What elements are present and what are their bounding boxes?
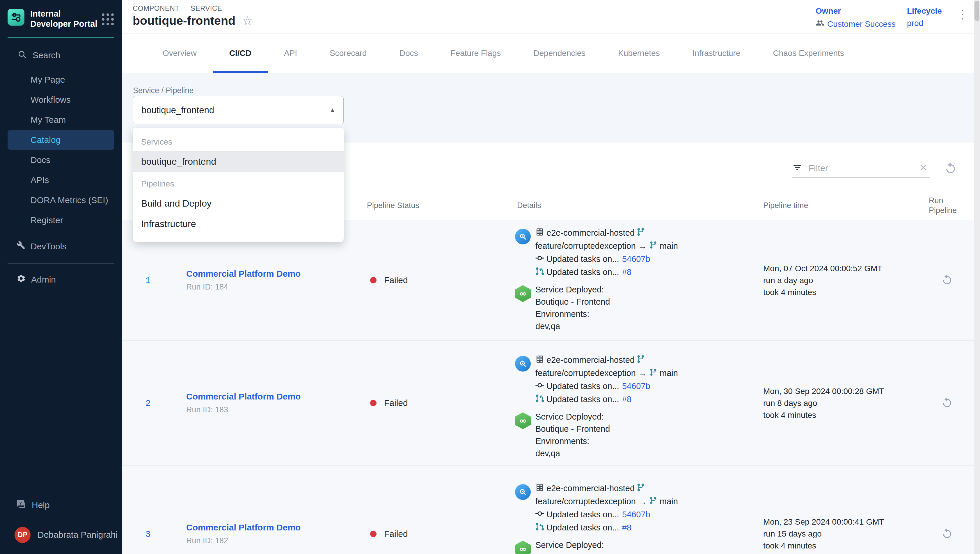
dropdown-option-infrastructure[interactable]: Infrastructure xyxy=(133,213,344,234)
sidebar-item-register[interactable]: Register xyxy=(0,210,122,230)
tab-label: Dependencies xyxy=(533,49,585,58)
branch-icon xyxy=(636,355,648,365)
owner-link[interactable]: Customer Success xyxy=(816,19,896,29)
kebab-menu-icon[interactable]: ⋮ xyxy=(956,8,969,21)
run-pipeline-icon[interactable] xyxy=(940,396,954,410)
table-filter: ✕ xyxy=(792,159,930,177)
sidebar-item-my-team[interactable]: My Team xyxy=(0,110,122,130)
arrow-right-icon: → xyxy=(638,368,647,378)
pipeline-timestamp: Mon, 07 Oct 2024 00:00:52 GMT xyxy=(763,263,925,274)
branch-to[interactable]: main xyxy=(660,241,678,251)
filter-input[interactable] xyxy=(809,163,917,173)
sidebar-item-dora-metrics[interactable]: DORA Metrics (SEI) xyxy=(0,190,122,210)
help-icon: ? xyxy=(16,499,32,511)
tab-overview[interactable]: Overview xyxy=(146,33,213,73)
pipeline-name-link[interactable]: Commercial Platform Demo xyxy=(186,269,365,279)
sidebar-item-my-page[interactable]: My Page xyxy=(0,70,122,90)
dropdown-group-services: Services xyxy=(133,133,344,151)
status-failed-dot xyxy=(370,400,377,406)
run-id: Run ID: 183 xyxy=(186,405,365,414)
sidebar-item-label: Docs xyxy=(30,155,50,165)
tab-api[interactable]: API xyxy=(268,33,313,73)
vertical-scrollbar[interactable] xyxy=(974,0,980,554)
repo-name[interactable]: e2e-commercial-hosted xyxy=(546,484,635,493)
dropdown-option-label: boutique_frontend xyxy=(141,156,216,167)
pipeline-took: took 4 minutes xyxy=(763,286,925,298)
run-id: Run ID: 182 xyxy=(186,536,365,545)
sidebar-item-docs[interactable]: Docs xyxy=(0,150,122,170)
dropdown-option-boutique-frontend[interactable]: boutique_frontend xyxy=(133,151,344,172)
branch-to[interactable]: main xyxy=(660,368,678,378)
run-pipeline-icon[interactable] xyxy=(940,527,954,541)
pr-link[interactable]: #8 xyxy=(622,395,632,404)
cd-stage-icon: ∞ xyxy=(515,412,531,429)
deployed-service: Boutique - Frontend xyxy=(535,423,610,435)
favorite-star-icon[interactable]: ☆ xyxy=(242,14,253,27)
repo-name[interactable]: e2e-commercial-hosted xyxy=(546,355,635,365)
sidebar-item-catalog[interactable]: Catalog xyxy=(8,130,115,150)
service-deployed-label: Service Deployed: xyxy=(535,283,610,296)
environments-value: dev,qa xyxy=(535,320,610,332)
dropdown-option-build-and-deploy[interactable]: Build and Deploy xyxy=(133,193,344,213)
branch-from[interactable]: feature/corruptedexception xyxy=(535,241,636,251)
app-root: Internal Developer Portal Search My Page… xyxy=(0,0,980,554)
tab-label: API xyxy=(284,49,297,58)
run-number: 3 xyxy=(133,466,163,554)
user-menu[interactable]: DP Debabrata Panigrahi xyxy=(0,522,122,547)
commit-link[interactable]: 54607b xyxy=(622,382,650,391)
tab-label: Overview xyxy=(163,49,197,58)
status-failed-dot xyxy=(370,531,377,537)
branch-from[interactable]: feature/corruptedexception xyxy=(535,368,636,378)
sidebar-item-devtools[interactable]: DevTools xyxy=(0,236,122,256)
pull-request-icon xyxy=(535,522,546,533)
commit-link[interactable]: 54607b xyxy=(622,510,650,519)
tab-docs[interactable]: Docs xyxy=(383,33,434,73)
col-run-pipeline-line1: Run xyxy=(929,196,969,205)
col-run-pipeline-line2: Pipeline xyxy=(929,205,969,215)
col-run-pipeline: Run Pipeline xyxy=(925,196,969,215)
run-pipeline-icon[interactable] xyxy=(940,273,954,287)
pull-request-icon xyxy=(535,267,546,278)
deployed-service: Boutique - Frontend xyxy=(535,296,610,308)
tab-infrastructure[interactable]: Infrastructure xyxy=(676,33,757,73)
repo-name[interactable]: e2e-commercial-hosted xyxy=(546,228,635,238)
pr-link[interactable]: #8 xyxy=(622,267,632,277)
tab-kubernetes[interactable]: Kubernetes xyxy=(602,33,676,73)
tab-scorecard[interactable]: Scorecard xyxy=(313,33,383,73)
svg-text:?: ? xyxy=(19,500,22,505)
sidebar-item-apis[interactable]: APIs xyxy=(0,170,122,190)
scrollbar-thumb[interactable] xyxy=(974,1,979,21)
sidebar-search[interactable]: Search xyxy=(0,45,122,66)
pipeline-name-link[interactable]: Commercial Platform Demo xyxy=(186,522,365,532)
sidebar-item-label: My Team xyxy=(30,115,66,125)
apps-grid-icon[interactable] xyxy=(102,13,114,25)
service-pipeline-select[interactable]: boutique_frontend ▲ xyxy=(133,96,344,124)
tab-cicd[interactable]: CI/CD xyxy=(213,33,268,73)
pipeline-took: took 4 minutes xyxy=(763,540,925,552)
col-details: Details xyxy=(515,201,761,210)
tab-chaos-experiments[interactable]: Chaos Experiments xyxy=(757,33,860,73)
tab-feature-flags[interactable]: Feature Flags xyxy=(434,33,517,73)
sidebar-item-label: DevTools xyxy=(30,242,66,252)
branch-to[interactable]: main xyxy=(660,497,678,506)
pipeline-name-link[interactable]: Commercial Platform Demo xyxy=(186,392,365,401)
page-title: boutique-frontend xyxy=(133,14,235,28)
sidebar-item-admin[interactable]: Admin xyxy=(0,269,122,290)
avatar: DP xyxy=(14,527,30,543)
branch-from[interactable]: feature/corruptedexception xyxy=(535,497,636,506)
dropdown-option-label: Infrastructure xyxy=(141,218,196,229)
pr-message: Updated tasks on... xyxy=(546,523,619,532)
tab-label: Feature Flags xyxy=(451,49,501,58)
help-button[interactable]: ? Help xyxy=(0,495,122,516)
pr-link[interactable]: #8 xyxy=(622,523,632,532)
sidebar-bottom: ? Help DP Debabrata Panigrahi xyxy=(0,495,122,554)
repo-icon xyxy=(535,483,546,494)
run-number: 2 xyxy=(133,341,163,465)
commit-link[interactable]: 54607b xyxy=(622,254,650,264)
branch-icon xyxy=(636,483,648,494)
clear-filter-icon[interactable]: ✕ xyxy=(917,162,930,175)
brand: Internal Developer Portal xyxy=(0,0,122,29)
sidebar-item-workflows[interactable]: Workflows xyxy=(0,90,122,110)
tab-dependencies[interactable]: Dependencies xyxy=(517,33,602,73)
reset-icon[interactable] xyxy=(941,159,960,178)
